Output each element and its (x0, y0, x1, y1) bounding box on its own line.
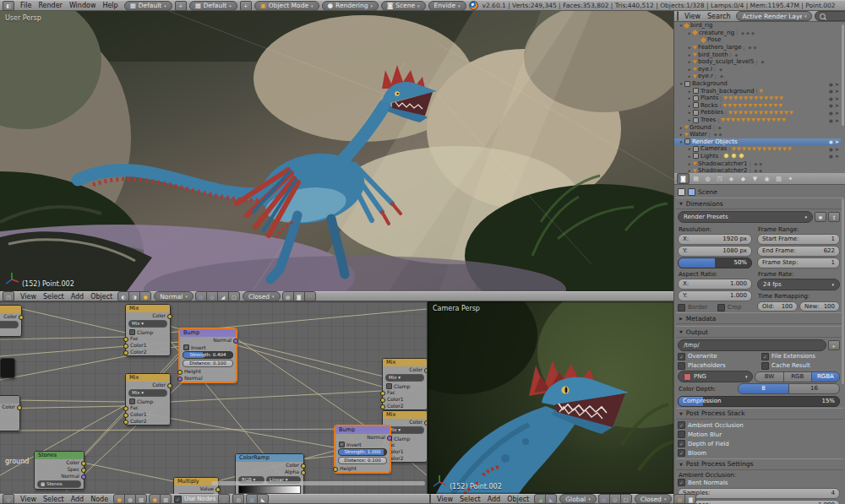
outliner-item-pose[interactable]: Pose (674, 36, 841, 44)
breadcrumb-render-icon[interactable] (688, 188, 695, 196)
material-browse-icon[interactable]: ▨ (160, 494, 172, 504)
selectable-icon[interactable]: ➤ (835, 117, 839, 123)
shading-solid-icon[interactable]: ◐ (117, 291, 129, 301)
node-select-mix[interactable]: Mix ▾ (385, 426, 424, 434)
node-mix-1[interactable]: MixColorMix ▾ClampFacColor1Color2 (125, 304, 171, 356)
outliner-item-shadowcatcher2[interactable]: ▸Shadowcatcher2|◆◆ (674, 167, 841, 173)
node-datablock[interactable]: ▦ Stones (37, 480, 81, 488)
menu-node[interactable]: Node (87, 496, 112, 503)
checkbox-box[interactable] (129, 329, 135, 335)
node-select-mix[interactable]: Mix ▾ (0, 321, 19, 328)
main-3d-viewport[interactable]: User Persp (152) Point.002 (0, 11, 673, 291)
eye-icon[interactable]: ◉ (829, 153, 833, 159)
output-socket[interactable] (424, 368, 427, 373)
outliner-item-ground[interactable]: ▸Ground|◆ (674, 123, 841, 131)
file-format-select[interactable]: PNG ▾ (678, 371, 753, 382)
preset-gear-icon[interactable]: ✱ (815, 212, 826, 222)
checkbox-box[interactable] (678, 362, 685, 370)
output-socket[interactable] (167, 314, 172, 319)
checkbox-crop[interactable]: Crop (717, 303, 752, 312)
camera-preview-icon[interactable]: ◙ (684, 494, 696, 504)
outliner-item-background[interactable]: ▾Background◉➤ (674, 80, 841, 88)
manipulator-icon[interactable]: ◢ (217, 291, 229, 301)
pin-node-icon[interactable]: ◎ (232, 494, 244, 504)
panel-metadata[interactable]: ▶Metadata (676, 312, 843, 324)
outliner-item-trash_background[interactable]: ▸Trash_background|◉➤ (674, 87, 841, 95)
segment-bw[interactable]: BW (755, 371, 783, 382)
menu-help[interactable]: Help (99, 2, 121, 9)
expand-icon[interactable]: ▸ (686, 110, 693, 115)
properties-tab-4[interactable]: ◈ (726, 174, 737, 183)
node-dark-stub-left[interactable] (0, 358, 15, 378)
checkbox-box[interactable]: ✓ (339, 442, 345, 447)
scene-select[interactable]: ◙ Scene▾ (381, 1, 426, 11)
checkbox-cache-result[interactable]: Cache Result (761, 361, 840, 370)
expand-icon[interactable]: ▸ (686, 73, 693, 79)
selectable-icon[interactable]: ➤ (835, 81, 839, 87)
checkbox-ambient-occlusion[interactable]: ✓Ambient Occlusion (678, 421, 840, 430)
expand-icon[interactable]: ▸ (686, 45, 693, 50)
panel-dimensions[interactable]: ▼Dimensions (676, 198, 843, 209)
pivot-icon[interactable]: ◎ (195, 291, 207, 301)
eye-icon[interactable]: ◉ (829, 117, 833, 123)
checkbox-file-extensions[interactable]: ✓File Extensions (761, 352, 840, 360)
expand-icon[interactable]: ▸ (686, 103, 693, 108)
menu-render[interactable]: Render (35, 2, 65, 9)
eye-icon[interactable]: ◉ (829, 138, 833, 144)
menu-search[interactable]: Search (704, 13, 733, 20)
checkbox-box[interactable] (717, 304, 725, 312)
outliner-item-render objects[interactable]: ▾Render Objects◉➤ (674, 138, 841, 146)
checkbox-box[interactable] (678, 431, 685, 438)
menu-select[interactable]: Select (40, 293, 68, 301)
world-nodes-icon[interactable]: ◍ (124, 494, 136, 504)
expand-icon[interactable]: ▸ (686, 161, 693, 166)
menu-file[interactable]: File (17, 2, 35, 9)
manip-rotate-icon[interactable]: ◣ (545, 494, 557, 504)
selectable-icon[interactable]: ➤ (835, 88, 839, 94)
expand-icon[interactable]: ▸ (686, 59, 693, 64)
menu-view[interactable]: View (17, 496, 40, 503)
input-socket[interactable] (380, 404, 385, 409)
outliner-search-input[interactable] (815, 11, 845, 21)
node-material-stones[interactable]: StonesColorSpecNormal▦ Stones (34, 451, 84, 490)
menu-window[interactable]: Window (66, 2, 100, 9)
menu-view[interactable]: View (17, 293, 40, 301)
expand-icon[interactable]: ▸ (686, 146, 693, 151)
expand-icon[interactable]: ▸ (686, 67, 693, 72)
menu-add[interactable]: Add (484, 496, 504, 503)
backdrop-icon[interactable]: ▥ (246, 494, 258, 504)
outliner-filter-select[interactable]: Active Render Layer▾ (736, 11, 812, 21)
node-select-mix[interactable]: Mix ▾ (385, 374, 424, 382)
output-path-field[interactable]: /tmp/ (678, 339, 826, 351)
snap-icon[interactable]: ◇ (206, 291, 218, 301)
node-gray-stub-left[interactable]: ColorFacColor1Color2 (0, 395, 20, 431)
field-x[interactable]: X:1920 px (678, 234, 752, 245)
node-mix-stub-left[interactable]: MixColorMix ▾Fac (0, 305, 22, 337)
expand-icon[interactable]: ▾ (678, 81, 684, 86)
field-y[interactable]: Y:1080 px (678, 246, 752, 257)
menu-add[interactable]: Add (68, 293, 88, 301)
expand-icon[interactable]: ▸ (678, 132, 684, 137)
material-icon[interactable]: ● (149, 494, 161, 504)
outliner-item-eye.r[interactable]: ▸eye.r|◆ (674, 73, 841, 80)
node-checkbox-invert[interactable]: ✓Invert (180, 344, 236, 350)
editor-type-3d-icon[interactable]: ◳ (3, 291, 14, 301)
render-presets-select[interactable]: Render Presets▾ (678, 211, 813, 223)
expand-icon[interactable]: ▸ (686, 95, 693, 100)
editor-type-node-icon[interactable]: ◇ (3, 494, 14, 504)
input-socket[interactable] (177, 377, 183, 382)
node-select-mix[interactable]: Mix ▾ (128, 320, 167, 328)
node-slider[interactable]: Strength: 1.000 (338, 448, 387, 456)
node-colorramp[interactable]: ColorRampColorAlphaRGB ▾Linear ▾ (235, 453, 304, 494)
checkbox-border[interactable]: Border (678, 303, 712, 312)
properties-tab-9[interactable]: ✦ (785, 174, 796, 183)
use-nodes-checkbox[interactable]: ✓ (174, 496, 182, 503)
expand-icon[interactable]: ▸ (686, 89, 693, 94)
engine-select[interactable]: Envide▾ (428, 1, 466, 11)
render-still-icon[interactable]: ◍ (282, 291, 294, 301)
panel-post-process-settings[interactable]: ▼Post Process Settings (676, 458, 843, 470)
outliner-item-body_sculpt_level5[interactable]: ▸body_sculpt_level5|◆ (674, 58, 841, 66)
properties-scrollbar[interactable] (842, 198, 844, 384)
checkbox-motion-blur[interactable]: Motion Blur (678, 431, 840, 439)
output-socket[interactable] (233, 339, 238, 344)
